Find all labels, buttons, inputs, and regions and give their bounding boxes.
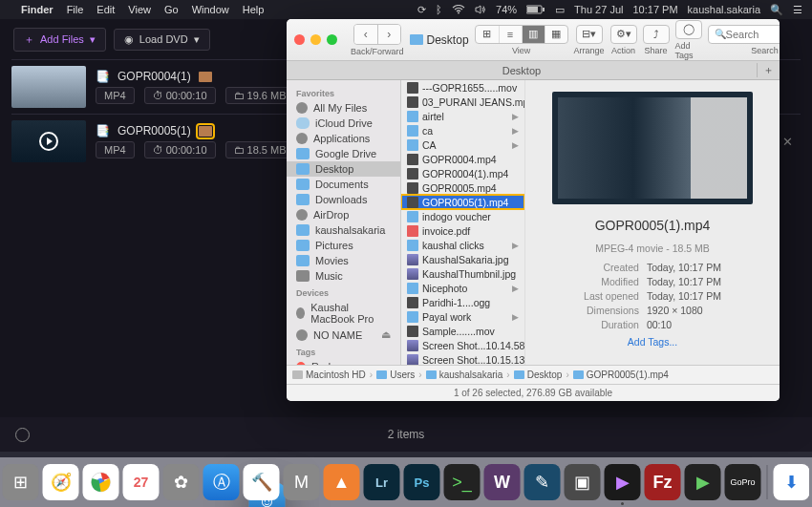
file-row[interactable]: GOPR0005(1).mp4 xyxy=(401,195,524,209)
menu-file[interactable]: File xyxy=(67,4,84,15)
file-row[interactable]: Sample.......mov xyxy=(401,324,524,338)
sidebar-item[interactable]: All My Files xyxy=(287,100,400,116)
close-icon[interactable]: ✕ xyxy=(782,135,793,149)
new-tab-button[interactable]: ＋ xyxy=(757,63,780,77)
dock-photoshop[interactable]: Ps xyxy=(404,464,440,500)
file-row[interactable]: KaushalThumbnil.jpg xyxy=(401,266,524,281)
file-row[interactable]: GOPR0004.mp4 xyxy=(401,152,524,166)
dock-filezilla[interactable]: Fz xyxy=(645,464,681,500)
bluetooth-icon[interactable]: ᛒ xyxy=(436,4,442,15)
back-button[interactable]: ‹ xyxy=(354,25,377,44)
dock-vlc[interactable]: ▲ xyxy=(324,464,360,500)
path-segment[interactable]: GOPR0005(1).mp4 xyxy=(573,370,669,380)
sidebar-item[interactable]: Documents xyxy=(287,177,400,192)
sidebar-item[interactable]: Pictures xyxy=(287,238,400,253)
file-row[interactable]: Paridhi-1....ogg xyxy=(401,295,524,309)
search-field[interactable]: 🔍 xyxy=(708,25,780,44)
file-row[interactable]: ca▶ xyxy=(401,123,524,137)
menu-help[interactable]: Help xyxy=(243,4,265,15)
add-tags-link[interactable]: Add Tags... xyxy=(628,336,677,348)
sidebar-item[interactable]: Google Drive xyxy=(287,146,400,161)
sidebar-item[interactable]: kaushalsakaria xyxy=(287,222,400,238)
dock-chrome[interactable] xyxy=(83,464,119,500)
volume-icon[interactable] xyxy=(475,5,486,14)
wifi-icon[interactable] xyxy=(452,5,465,14)
dock-xcode[interactable]: 🔨 xyxy=(244,464,280,500)
file-row[interactable]: invoice.pdf xyxy=(401,223,524,238)
forward-button[interactable]: › xyxy=(377,25,400,44)
play-icon[interactable] xyxy=(39,132,58,151)
dock-gopro[interactable]: GoPro xyxy=(725,464,761,500)
sidebar-item[interactable]: AirDrop xyxy=(287,207,400,222)
file-row[interactable]: ---GOPR1655.....mov xyxy=(401,80,524,95)
dock-safari[interactable]: 🧭 xyxy=(43,464,79,500)
list-view-icon[interactable]: ≡ xyxy=(499,26,522,43)
file-row[interactable]: Screen Shot...10.15.13 PM xyxy=(401,352,524,365)
sidebar-item[interactable]: Music xyxy=(287,268,400,284)
path-segment[interactable]: Macintosh HD xyxy=(292,370,366,380)
file-row[interactable]: Nicephoto▶ xyxy=(401,281,524,295)
menubar-user[interactable]: kaushal.sakaria xyxy=(688,4,760,15)
share-button[interactable]: ⤴ xyxy=(643,25,670,44)
zoom-button[interactable] xyxy=(327,34,337,45)
sidebar-item[interactable]: Applications xyxy=(287,131,400,146)
dock-launchpad[interactable]: ⊞ xyxy=(3,464,39,500)
sidebar-device[interactable]: Kaushal MacBook Pro xyxy=(287,300,400,327)
path-segment[interactable]: kaushalsakaria xyxy=(426,370,503,380)
notifications-icon[interactable]: ☰ xyxy=(793,4,802,16)
dock-downloads[interactable]: ⬇ xyxy=(774,464,810,500)
dock-appstore[interactable]: Ⓐ xyxy=(203,464,240,500)
file-row[interactable]: CA▶ xyxy=(401,137,524,152)
gallery-view-icon[interactable]: ▦ xyxy=(545,26,567,43)
search-input[interactable] xyxy=(726,29,780,40)
close-button[interactable] xyxy=(294,34,305,45)
tab-desktop[interactable]: Desktop xyxy=(287,65,757,76)
dock-sublime[interactable]: ▣ xyxy=(565,464,601,500)
file-row[interactable]: KaushalSakaria.jpg xyxy=(401,252,524,266)
dock-player[interactable]: ▶ xyxy=(685,464,721,500)
path-segment[interactable]: Desktop xyxy=(514,370,563,380)
action-button[interactable]: ⚙▾ xyxy=(610,25,637,44)
add-files-button[interactable]: ＋Add Files▾ xyxy=(13,28,106,52)
path-segment[interactable]: Users xyxy=(376,370,415,380)
load-dvd-button[interactable]: ◉Load DVD▾ xyxy=(114,29,210,51)
icon-view-icon[interactable]: ⊞ xyxy=(476,26,499,43)
menu-window[interactable]: Window xyxy=(192,4,229,15)
file-row[interactable]: GOPR0005.mp4 xyxy=(401,180,524,195)
file-row[interactable]: kaushal clicks▶ xyxy=(401,238,524,252)
folder-icon[interactable] xyxy=(199,72,212,82)
minimize-button[interactable] xyxy=(310,34,321,45)
folder-icon[interactable] xyxy=(199,126,212,137)
dock-photos[interactable]: ✿ xyxy=(163,464,200,500)
battery-pct[interactable]: 74% xyxy=(496,4,517,15)
arrange-button[interactable]: ⊟▾ xyxy=(576,25,603,44)
dock-word[interactable]: W xyxy=(484,464,521,500)
sidebar-item[interactable]: Downloads xyxy=(287,192,400,207)
file-row[interactable]: GOPR0004(1).mp4 xyxy=(401,166,524,180)
sidebar-item[interactable]: Desktop xyxy=(287,161,400,177)
menu-edit[interactable]: Edit xyxy=(96,4,115,15)
sync-icon[interactable]: ⟳ xyxy=(417,4,426,16)
sidebar-device[interactable]: NO NAME⏏ xyxy=(287,327,400,343)
clock-icon[interactable] xyxy=(15,428,30,442)
dock-terminal[interactable]: >_ xyxy=(444,464,481,500)
dock-lightroom[interactable]: Lr xyxy=(364,464,400,500)
file-row[interactable]: indogo voucher xyxy=(401,209,524,223)
dock-calendar[interactable]: 27 xyxy=(123,464,160,500)
dock-mamp[interactable]: M xyxy=(284,464,320,500)
file-row[interactable]: 03_PURANI JEANS.mp3 xyxy=(401,95,524,109)
menu-view[interactable]: View xyxy=(128,4,151,15)
column-view-icon[interactable]: ▥ xyxy=(522,26,545,43)
dock-converter[interactable]: ▶ xyxy=(605,464,641,500)
sidebar-item[interactable]: Movies xyxy=(287,253,400,268)
menu-app[interactable]: Finder xyxy=(21,4,53,15)
menubar-date[interactable]: Thu 27 Jul xyxy=(574,4,623,15)
file-row[interactable]: Screen Shot...10.14.58 PM xyxy=(401,338,524,352)
file-row[interactable]: airtel▶ xyxy=(401,109,524,123)
dock-app[interactable]: ✎ xyxy=(524,464,561,500)
menu-go[interactable]: Go xyxy=(164,4,179,15)
battery-icon[interactable] xyxy=(526,5,545,14)
screen-mirror-icon[interactable]: ▭ xyxy=(555,4,565,16)
view-switcher[interactable]: ⊞ ≡ ▥ ▦ xyxy=(475,25,568,44)
tags-button[interactable]: ◯ xyxy=(675,20,702,39)
